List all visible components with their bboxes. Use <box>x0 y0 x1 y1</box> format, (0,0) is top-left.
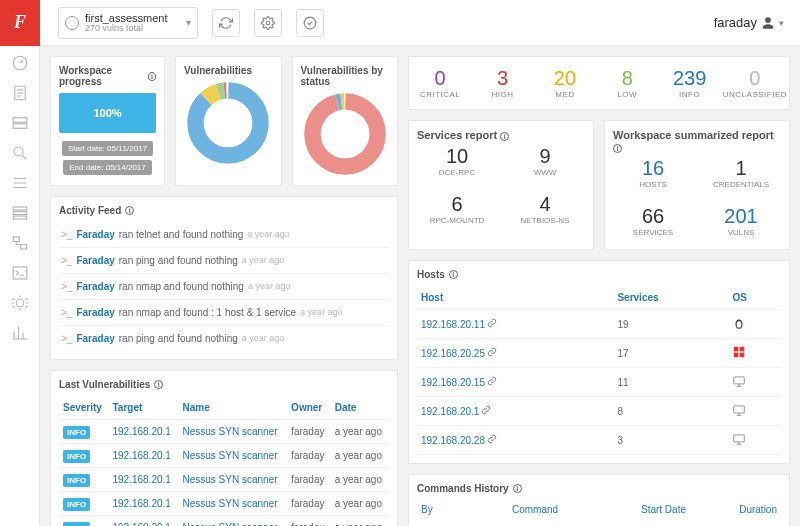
feed-item[interactable]: >_ Faraday ran ping and found nothing a … <box>59 248 389 274</box>
refresh-button[interactable] <box>212 9 240 37</box>
col-host[interactable]: Host <box>417 286 613 310</box>
progress-bar: 100% <box>59 93 156 133</box>
svg-point-14 <box>196 90 261 155</box>
table-row[interactable]: 192.168.20.2517 <box>417 339 781 368</box>
card-title: Workspace summarized report <box>613 129 774 141</box>
terminal-icon[interactable] <box>11 264 29 282</box>
search-icon[interactable] <box>11 144 29 162</box>
link-icon <box>487 347 497 359</box>
feed-item[interactable]: >_ Faraday ran telnet and found nothing … <box>59 222 389 248</box>
info-icon[interactable]: i <box>148 72 156 81</box>
service-RPC-MOUNTD[interactable]: 6RPC-MOUNTD <box>417 189 497 229</box>
svg-rect-26 <box>740 347 745 352</box>
link-icon <box>481 405 491 417</box>
card-title: Vulnerabilities by status <box>301 65 390 87</box>
service-NETBIOS-NS[interactable]: 4NETBIOS-NS <box>505 189 585 229</box>
vuln-count-unclassified[interactable]: 0UNCLASSIFIED <box>721 57 789 109</box>
reports-icon[interactable] <box>11 84 29 102</box>
col-by[interactable]: By <box>417 500 508 519</box>
svg-rect-27 <box>734 353 739 358</box>
workspace-subtitle: 270 vulns total <box>85 24 180 34</box>
col-services[interactable]: Services <box>613 286 728 310</box>
sidebar <box>0 46 40 526</box>
table-row[interactable]: 192.168.20.1119 <box>417 310 781 339</box>
analytics-icon[interactable] <box>11 324 29 342</box>
chevron-down-icon: ▾ <box>186 17 191 28</box>
info-icon[interactable]: i <box>613 144 622 153</box>
last-vulns-card: Last Vulnerabilities i Severity Target N… <box>50 370 398 526</box>
user-name: faraday <box>714 15 757 30</box>
last-vulns-table: Severity Target Name Owner Date INFO192.… <box>59 396 389 526</box>
table-row[interactable]: INFO192.168.20.1Nessus SYN scannerfarada… <box>59 492 389 516</box>
vuln-count-high[interactable]: 3HIGH <box>471 57 533 109</box>
info-icon[interactable]: i <box>125 206 134 215</box>
vulns-donut <box>185 80 271 166</box>
check-button[interactable] <box>296 9 324 37</box>
status-donut <box>302 91 388 177</box>
service-WWW[interactable]: 9WWW <box>505 141 585 181</box>
info-icon[interactable]: i <box>154 380 163 389</box>
service-DCE-RPC[interactable]: 10DCE-RPC <box>417 141 497 181</box>
tasks-icon[interactable] <box>11 234 29 252</box>
card-title: Workspace progress <box>59 65 144 87</box>
svg-rect-28 <box>740 353 745 358</box>
col-severity[interactable]: Severity <box>59 396 108 420</box>
card-title: Last Vulnerabilities <box>59 379 150 390</box>
feed-item[interactable]: >_ Faraday ran ping and found nothing a … <box>59 326 389 351</box>
card-title: Vulnerabilities <box>184 65 273 76</box>
svg-rect-10 <box>13 237 19 242</box>
card-title: Hosts <box>417 269 445 280</box>
vuln-count-low[interactable]: 8LOW <box>596 57 658 109</box>
svg-point-18 <box>312 101 377 166</box>
col-target[interactable]: Target <box>108 396 178 420</box>
col-os[interactable]: OS <box>728 286 781 310</box>
svg-rect-29 <box>734 377 745 384</box>
table-row[interactable]: INFO192.168.20.1Nessus SYN scannerfarada… <box>59 516 389 527</box>
activity-feed-card: Activity Feed i >_ Faraday ran telnet an… <box>50 196 398 360</box>
workspace-selector[interactable]: first_assessment 270 vulns total ▾ <box>58 7 198 39</box>
col-date[interactable]: Date <box>331 396 389 420</box>
table-row[interactable]: INFO192.168.20.1Nessus SYN scannerfarada… <box>59 468 389 492</box>
table-row[interactable]: 192.168.20.1511 <box>417 368 781 397</box>
chevron-down-icon: ▾ <box>779 18 784 28</box>
user-menu[interactable]: faraday ▾ <box>714 15 790 30</box>
chevron-icon: >_ <box>61 229 72 240</box>
dashboard-icon[interactable] <box>11 54 29 72</box>
wsreport-VULNS[interactable]: 201VULNS <box>701 201 781 241</box>
linux-icon <box>732 316 746 330</box>
feed-item[interactable]: >_ Faraday ran nmap and found : 1 host &… <box>59 300 389 326</box>
vuln-counts: 0CRITICAL3HIGH20MED8LOW239INFO0UNCLASSIF… <box>408 56 790 110</box>
commands-history-card: Commands History i By Command Start Date… <box>408 474 790 526</box>
vuln-count-info[interactable]: 239INFO <box>658 57 720 109</box>
svg-rect-8 <box>13 212 27 215</box>
hosts-icon[interactable] <box>11 114 29 132</box>
info-icon[interactable]: i <box>449 270 458 279</box>
vuln-count-med[interactable]: 20MED <box>534 57 596 109</box>
workspace-text: first_assessment 270 vulns total <box>85 12 180 34</box>
svg-rect-12 <box>13 267 27 279</box>
info-icon[interactable]: i <box>500 132 509 141</box>
feed-item[interactable]: >_ Faraday ran nmap and found nothing a … <box>59 274 389 300</box>
hosts-card: Hosts i Host Services OS 192.168.20.1119… <box>408 260 790 464</box>
col-command[interactable]: Command <box>508 500 599 519</box>
col-name[interactable]: Name <box>178 396 287 420</box>
list-icon[interactable] <box>11 174 29 192</box>
svg-rect-30 <box>734 406 745 413</box>
wsreport-SERVICES[interactable]: 66SERVICES <box>613 201 693 241</box>
col-owner[interactable]: Owner <box>287 396 331 420</box>
col-duration[interactable]: Duration <box>690 500 781 519</box>
table-row[interactable]: 192.168.20.18 <box>417 397 781 426</box>
wsreport-HOSTS[interactable]: 16HOSTS <box>613 153 693 193</box>
table-row[interactable]: 192.168.20.283 <box>417 426 781 455</box>
info-icon[interactable]: i <box>513 484 522 493</box>
wsreport-CREDENTIALS[interactable]: 1CREDENTIALS <box>701 153 781 193</box>
table-row[interactable]: INFO192.168.20.1Nessus SYN scannerfarada… <box>59 444 389 468</box>
servers-icon[interactable] <box>11 204 29 222</box>
chevron-icon: >_ <box>61 281 72 292</box>
vuln-count-critical[interactable]: 0CRITICAL <box>409 57 471 109</box>
settings-button[interactable] <box>254 9 282 37</box>
svg-rect-7 <box>13 207 27 210</box>
col-start[interactable]: Start Date <box>599 500 690 519</box>
table-row[interactable]: INFO192.168.20.1Nessus SYN scannerfarada… <box>59 420 389 444</box>
bug-icon[interactable] <box>11 294 29 312</box>
